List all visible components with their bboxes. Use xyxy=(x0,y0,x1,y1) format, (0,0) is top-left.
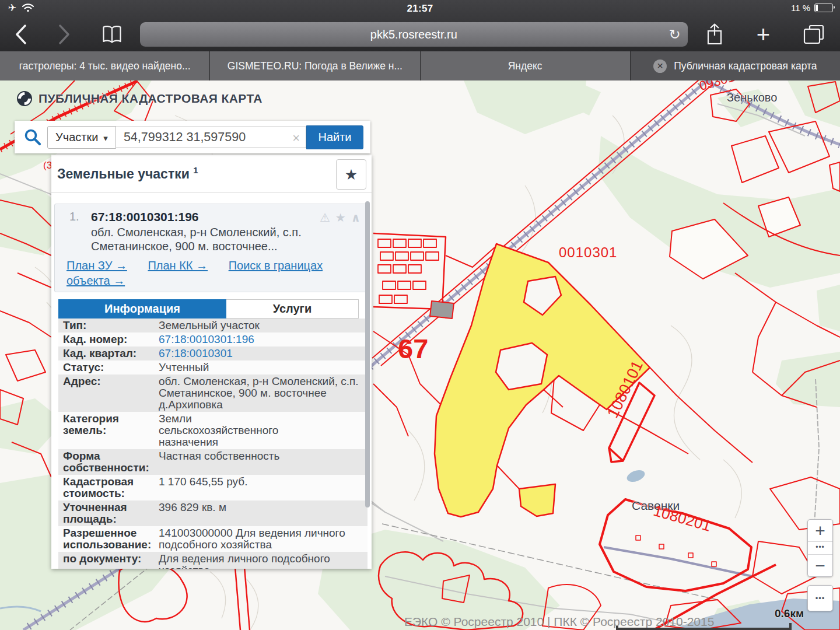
map-scale-label: 0.6км xyxy=(775,607,804,620)
table-row: Уточненная площадь:396 829 кв. м xyxy=(58,501,368,526)
bookmarks-button[interactable] xyxy=(102,25,123,44)
result-item-icons xyxy=(320,211,360,225)
result-item[interactable]: 1. 67:18:0010301:196 обл. Смоленская, р-… xyxy=(54,204,368,292)
table-row: Форма собственности:Частная собственност… xyxy=(58,449,368,475)
tab-yandex[interactable]: Яндекс xyxy=(421,51,631,80)
zoom-more-button[interactable]: ••• xyxy=(808,541,832,555)
plan-kk-link[interactable]: План КК → xyxy=(148,259,208,272)
map-scale-bar xyxy=(616,623,792,630)
map-label-quarter: 0010301 xyxy=(559,244,617,261)
search-icon xyxy=(24,128,41,146)
star-icon xyxy=(345,166,358,183)
collapse-icon[interactable] xyxy=(351,211,360,225)
table-row: Категория земель:Земли сельскохозяйствен… xyxy=(58,412,368,449)
chevron-left-icon xyxy=(17,26,25,43)
rosreestr-logo-icon xyxy=(16,90,33,107)
tab-cadastral-map-active[interactable]: Публичная кадастровая карта xyxy=(631,51,840,80)
table-row: Кад. номер:67:18:0010301:196 xyxy=(58,332,368,346)
refresh-icon[interactable] xyxy=(669,26,681,43)
map-zoom-control: + ••• − xyxy=(807,519,833,577)
cadastral-quarter-link[interactable]: 67:18:0010301 xyxy=(158,346,368,360)
zoom-out-button[interactable]: − xyxy=(808,555,832,576)
tab-information[interactable]: Информация xyxy=(58,299,226,318)
url-field[interactable]: pkk5.rosreestr.ru xyxy=(140,22,688,47)
tabs-overview-button[interactable] xyxy=(803,24,825,45)
result-cadastral-number: 67:18:0010301:196 xyxy=(91,210,199,224)
share-icon xyxy=(705,23,724,46)
favorites-button[interactable] xyxy=(336,159,366,190)
new-tab-button[interactable] xyxy=(757,26,770,43)
chevron-down-icon xyxy=(103,131,108,144)
search-category-value: Участки xyxy=(55,131,98,144)
forward-button[interactable] xyxy=(58,24,102,44)
clock: 21:57 xyxy=(0,3,840,15)
result-links: План ЗУ → План КК → Поиск в границах объ… xyxy=(61,258,362,288)
result-address: обл. Смоленская, р-н Смоленский, с.п. См… xyxy=(61,225,362,253)
table-row: Кад. квартал:67:18:0010301 xyxy=(58,346,368,360)
map-more-button[interactable]: ••• xyxy=(807,585,833,611)
parcel-tabs: Информация Услуги xyxy=(58,299,368,318)
table-row: по документу:Для ведения личного подсобн… xyxy=(58,552,368,569)
results-header: Земельные участки 1 xyxy=(51,155,372,192)
table-row: Адрес:обл. Смоленская, р-н Смоленский, с… xyxy=(58,374,368,412)
favorite-star-icon[interactable] xyxy=(335,211,346,225)
cadastral-number-link[interactable]: 67:18:0010301:196 xyxy=(158,332,368,346)
parcel-info-table: Тип:Земельный участок Кад. номер:67:18:0… xyxy=(58,318,368,569)
browser-toolbar: pkk5.rosreestr.ru xyxy=(0,18,840,51)
table-row: Статус:Учтенный xyxy=(58,360,368,374)
app-header: ПУБЛИЧНАЯ КАДАСТРОВАЯ КАРТА xyxy=(16,90,262,107)
back-button[interactable] xyxy=(15,24,58,44)
table-row: Тип:Земельный участок xyxy=(58,318,368,332)
results-panel: Земельные участки 1 1. 67:18:0010301:196… xyxy=(51,155,372,569)
battery-percent: 11 % xyxy=(791,3,810,13)
url-text: pkk5.rosreestr.ru xyxy=(370,28,457,41)
share-button[interactable] xyxy=(705,23,724,46)
table-row: Разрешенное использование:141003000000 Д… xyxy=(58,526,368,552)
map-label-zenkovo: Зеньково xyxy=(727,91,777,104)
search-query: 54,799312 31,597590 xyxy=(124,130,246,145)
screen: 21:57 11 % pkk5.rosreestr.ru xyxy=(0,0,840,630)
tab-close-icon[interactable] xyxy=(653,60,667,73)
clear-search-icon[interactable] xyxy=(292,131,300,146)
book-icon xyxy=(102,25,123,44)
status-bar: 21:57 11 % xyxy=(0,0,840,18)
search-submit-button[interactable]: Найти xyxy=(306,125,363,149)
map-label-region-67: 67 xyxy=(398,332,428,365)
tab-gismeteo[interactable]: GISMETEO.RU: Погода в Велиже н... xyxy=(210,51,420,80)
results-title: Земельные участки 1 xyxy=(57,165,198,182)
app-title: ПУБЛИЧНАЯ КАДАСТРОВАЯ КАРТА xyxy=(38,92,262,106)
tab-services[interactable]: Услуги xyxy=(226,299,359,318)
chevron-right-icon xyxy=(60,26,68,43)
plan-zu-link[interactable]: План ЗУ → xyxy=(66,259,127,272)
warning-icon[interactable] xyxy=(320,211,330,225)
tab-gastrolery[interactable]: гастролеры: 4 тыс. видео найдено... xyxy=(0,51,210,80)
battery-icon xyxy=(814,4,833,12)
result-index: 1. xyxy=(69,210,91,224)
map-label-fragment: (3 xyxy=(43,160,52,172)
search-category-dropdown[interactable]: Участки xyxy=(47,126,116,149)
search-panel: Участки 54,799312 31,597590 Найти xyxy=(15,121,370,153)
browser-chrome: 21:57 11 % pkk5.rosreestr.ru xyxy=(0,0,840,51)
tab-bar: гастролеры: 4 тыс. видео найдено... GISM… xyxy=(0,51,840,80)
panel-scrollbar[interactable] xyxy=(365,201,370,508)
table-row: Кадастровая стоимость:1 170 645,55 руб. xyxy=(58,475,368,501)
search-input[interactable]: 54,799312 31,597590 xyxy=(116,127,306,148)
zoom-in-button[interactable]: + xyxy=(808,520,832,541)
results-count: 1 xyxy=(193,165,198,175)
tabs-icon xyxy=(803,24,825,45)
